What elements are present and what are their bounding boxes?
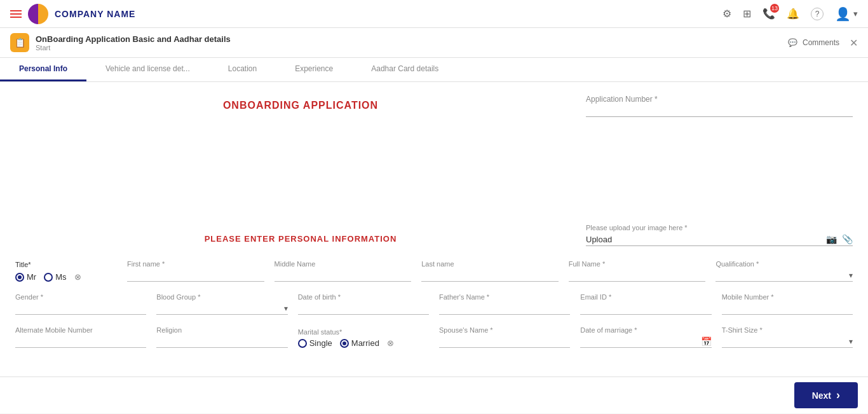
- marital-status-field: Marital status* Single Married ⊗: [298, 328, 429, 348]
- fathers-name-input[interactable]: [439, 302, 570, 315]
- tab-experience[interactable]: Experience: [276, 58, 352, 81]
- sub-header-left: 📋 OnBoarding Application Basic and Aadha…: [10, 33, 231, 52]
- fathers-name-field: Father's Name *: [439, 293, 570, 315]
- religion-label: Religion: [156, 326, 287, 334]
- page-title: OnBoarding Application Basic and Aadhar …: [36, 34, 231, 44]
- blood-group-select[interactable]: [156, 302, 287, 315]
- alt-mobile-label: Alternate Mobile Number: [15, 326, 146, 334]
- last-name-input[interactable]: [421, 269, 559, 282]
- upload-field: Please upload your image here * Upload 📷…: [586, 224, 853, 246]
- qualification-select[interactable]: [715, 269, 853, 282]
- email-label: Email ID *: [580, 293, 711, 301]
- dob-input[interactable]: [298, 302, 429, 315]
- next-label: Next: [812, 390, 831, 401]
- middle-name-label: Middle Name: [275, 260, 412, 268]
- user-icon: 👤: [835, 6, 851, 22]
- phone-badge: 13: [770, 4, 779, 13]
- tab-vehicle-license[interactable]: Vehicle and license det...: [86, 58, 209, 81]
- mobile-field: Mobile Number *: [722, 293, 853, 315]
- upload-label: Please upload your image here *: [586, 224, 853, 231]
- main-content: ONBOARDING APPLICATION Application Numbe…: [0, 82, 868, 376]
- title-label: Title*: [15, 261, 117, 268]
- page-subtitle: Start: [36, 44, 231, 52]
- tab-location[interactable]: Location: [209, 58, 276, 81]
- sub-header: 📋 OnBoarding Application Basic and Aadha…: [0, 28, 868, 58]
- comments-label: Comments: [803, 38, 839, 47]
- top-navigation: COMPANY NAME ⚙ ⊞ 📞 13 🔔 ? 👤 ▾: [0, 0, 868, 28]
- full-name-field: Full Name *: [569, 260, 706, 282]
- religion-field: Religion: [156, 326, 287, 348]
- form-main-title: ONBOARDING APPLICATION: [15, 100, 586, 111]
- mobile-label: Mobile Number *: [722, 293, 853, 301]
- sub-header-right: 💬 Comments ✕: [788, 37, 858, 49]
- middle-name-field: Middle Name: [275, 260, 412, 282]
- email-input[interactable]: [580, 302, 711, 315]
- form-row-1: Title* Mr Ms ⊗ First name * Middle Name: [15, 260, 853, 282]
- help-icon[interactable]: ?: [811, 8, 824, 20]
- close-button[interactable]: ✕: [850, 37, 858, 49]
- ms-radio-dot[interactable]: [44, 273, 53, 282]
- qualification-label: Qualification *: [715, 260, 853, 268]
- section-title: PLEASE ENTER PERSONAL INFORMATION: [15, 234, 586, 244]
- upload-input-row: Upload 📷 📎: [586, 233, 853, 246]
- title-field: Title* Mr Ms ⊗: [15, 261, 117, 282]
- comments-button[interactable]: 💬 Comments: [788, 38, 839, 47]
- phone-icon[interactable]: 📞 13: [763, 8, 775, 20]
- alt-mobile-input[interactable]: [15, 335, 146, 348]
- company-name: COMPANY NAME: [55, 9, 135, 19]
- dob-label: Date of birth *: [298, 293, 429, 301]
- upload-text: Upload: [586, 235, 826, 244]
- upload-icons: 📷 📎: [826, 234, 853, 244]
- married-radio-dot[interactable]: [340, 339, 349, 348]
- first-name-input[interactable]: [127, 269, 264, 282]
- gender-field: Gender *: [15, 293, 146, 315]
- title-ms[interactable]: Ms: [44, 272, 66, 282]
- last-name-field: Last name: [421, 260, 559, 282]
- nav-left: COMPANY NAME: [10, 4, 135, 24]
- application-number-label: Application Number *: [586, 95, 853, 104]
- tab-bar: Personal Info Vehicle and license det...…: [0, 58, 868, 82]
- user-avatar[interactable]: 👤 ▾: [835, 6, 858, 22]
- application-number-input[interactable]: [586, 105, 853, 117]
- date-of-marriage-label: Date of marriage *: [580, 326, 711, 334]
- marital-single[interactable]: Single: [298, 338, 332, 348]
- spouses-name-input[interactable]: [439, 335, 570, 348]
- mr-label: Mr: [27, 272, 36, 282]
- single-label: Single: [309, 338, 332, 348]
- dob-field: Date of birth *: [298, 293, 429, 315]
- marital-clear-icon[interactable]: ⊗: [387, 338, 394, 348]
- title-clear-icon[interactable]: ⊗: [74, 272, 81, 282]
- calendar-icon[interactable]: 📅: [701, 336, 712, 347]
- attach-icon[interactable]: 📎: [842, 234, 853, 244]
- blood-group-field: Blood Group *: [156, 293, 287, 315]
- full-name-input[interactable]: [569, 269, 706, 282]
- title-mr[interactable]: Mr: [15, 272, 36, 282]
- gender-label: Gender *: [15, 293, 146, 301]
- tab-aadhar[interactable]: Aadhar Card details: [352, 58, 458, 81]
- date-of-marriage-input[interactable]: [580, 335, 700, 347]
- spouses-name-field: Spouse's Name *: [439, 326, 570, 348]
- bell-icon[interactable]: 🔔: [787, 8, 799, 20]
- page-icon: 📋: [10, 33, 29, 52]
- marital-married[interactable]: Married: [340, 338, 379, 348]
- last-name-label: Last name: [421, 260, 559, 268]
- qualification-field: Qualification *: [715, 260, 853, 282]
- grid-icon[interactable]: ⊞: [743, 8, 751, 20]
- first-name-field: First name *: [127, 260, 264, 282]
- single-radio-dot[interactable]: [298, 339, 307, 348]
- hamburger-menu[interactable]: [10, 10, 22, 18]
- mr-radio-dot[interactable]: [15, 273, 24, 282]
- marital-status-label: Marital status*: [298, 328, 429, 336]
- camera-icon[interactable]: 📷: [826, 234, 837, 244]
- date-of-marriage-field: Date of marriage * 📅: [580, 326, 711, 348]
- religion-input[interactable]: [156, 335, 287, 348]
- mobile-input[interactable]: [722, 302, 853, 315]
- title-radio-group: Mr Ms ⊗: [15, 272, 117, 282]
- gender-input[interactable]: [15, 302, 146, 315]
- middle-name-input[interactable]: [275, 269, 412, 282]
- full-name-label: Full Name *: [569, 260, 706, 268]
- next-button[interactable]: Next ›: [794, 382, 858, 408]
- tab-personal-info[interactable]: Personal Info: [0, 58, 86, 81]
- settings-icon[interactable]: ⚙: [722, 8, 731, 20]
- tshirt-size-select[interactable]: [722, 335, 853, 348]
